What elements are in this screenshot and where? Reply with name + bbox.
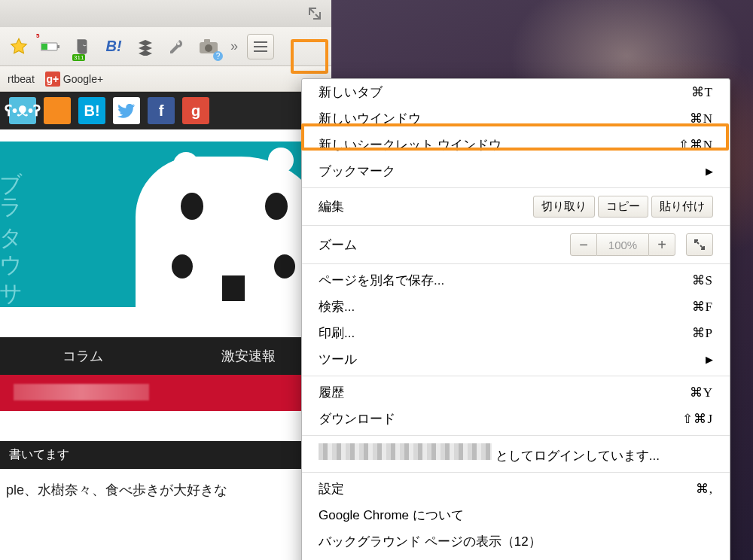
bookmark-google-plus[interactable]: g+ Google+ (45, 72, 103, 87)
hero-kana: ブラタウサ (0, 154, 27, 297)
menu-zoom: ズーム − 100% + (302, 229, 730, 260)
edit-cut-button[interactable]: 切り取り (533, 196, 595, 218)
zoom-value: 100% (597, 233, 648, 256)
chrome-menu-button[interactable] (247, 34, 274, 59)
facebook-icon[interactable]: f (148, 97, 175, 124)
hatena-extension-icon[interactable]: B! (101, 34, 127, 59)
menu-help[interactable]: ヘルプ (302, 555, 730, 560)
google-share-icon[interactable]: g (182, 97, 209, 124)
writes-section: 書いてます ple、水樹奈々、食べ歩きが大好きな (0, 432, 331, 508)
menu-divider (302, 472, 730, 473)
menu-find[interactable]: 検索... ⌘F (302, 294, 730, 320)
hero-banner: ブラタウサ (0, 142, 331, 307)
extension-battery-icon[interactable]: 5 (38, 34, 63, 59)
share-bar: ʕ•ᴥ•ʔ ゝ B! f g (0, 92, 331, 129)
fullscreen-button[interactable] (686, 233, 713, 256)
google-plus-icon: g+ (45, 72, 60, 87)
menu-history[interactable]: 履歴 ⌘Y (302, 379, 730, 406)
page-content: ʕ•ᴥ•ʔ ゝ B! f g ブラタウサ コラム 激安速報 (0, 92, 331, 560)
hatena-bookmark-icon[interactable]: B! (78, 97, 105, 124)
submenu-arrow-icon: ▶ (706, 166, 713, 177)
buffer-icon[interactable] (133, 34, 158, 59)
extensions-overflow-icon[interactable]: » (230, 38, 238, 54)
menu-edit: 編集 切り取り コピー 貼り付け (302, 191, 730, 222)
featured-strip[interactable] (0, 375, 331, 411)
info-badge-icon: ? (213, 51, 223, 61)
tab-strip (0, 0, 331, 27)
twitter-icon[interactable] (113, 97, 140, 124)
bookmark-star-icon[interactable] (6, 34, 32, 59)
menu-print[interactable]: 印刷... ⌘P (302, 320, 730, 346)
content-tabs: コラム 激安速報 (0, 337, 331, 375)
menu-divider (302, 376, 730, 376)
menu-settings[interactable]: 設定 ⌘, (302, 476, 730, 502)
menu-divider (302, 435, 730, 436)
svg-rect-2 (41, 44, 47, 50)
chrome-window: 5 311 B! ? » rtbeat g+ Google+ (0, 0, 331, 560)
chrome-main-menu: 新しいタブ ⌘T 新しいウインドウ ⌘N 新しいシークレット ウインドウ ⇧⌘N… (301, 78, 730, 560)
zoom-in-button[interactable]: + (648, 233, 675, 256)
svg-point-4 (205, 44, 212, 52)
writes-body: ple、水樹奈々、食べ歩きが大好きな (0, 481, 233, 499)
svg-rect-5 (204, 39, 210, 43)
camera-extension-icon[interactable]: ? (196, 34, 221, 59)
menu-downloads[interactable]: ダウンロード ⇧⌘J (302, 406, 730, 432)
edit-copy-button[interactable]: コピー (598, 196, 648, 218)
svg-rect-1 (57, 45, 59, 48)
tab-column[interactable]: コラム (0, 337, 166, 375)
writes-heading: 書いてます (0, 441, 331, 469)
annotation-highlight-menu-button (291, 39, 328, 74)
key-tag-icon[interactable] (164, 34, 190, 59)
zoom-out-button[interactable]: − (570, 233, 597, 256)
blurred-email (319, 443, 492, 460)
evernote-icon[interactable]: 311 (69, 34, 95, 59)
menu-signed-in[interactable]: としてログインしています... (302, 439, 730, 469)
toolbar: 5 311 B! ? » (0, 27, 331, 66)
menu-divider (302, 187, 730, 188)
submenu-arrow-icon: ▶ (706, 354, 713, 365)
menu-tools[interactable]: ツール ▶ (302, 346, 730, 373)
menu-divider (302, 225, 730, 226)
menu-new-tab[interactable]: 新しいタブ ⌘T (302, 79, 730, 105)
menu-divider (302, 263, 730, 264)
annotation-highlight-incognito (301, 123, 729, 151)
menu-bookmarks[interactable]: ブックマーク ▶ (302, 158, 730, 184)
menu-background-pages[interactable]: バックグラウンド ページの表示（12） (302, 528, 730, 555)
rss-icon[interactable]: ゝ (44, 97, 71, 124)
bookmark-artbeat[interactable]: rtbeat (8, 73, 35, 85)
bookmark-bar: rtbeat g+ Google+ (0, 66, 331, 92)
mascot-icon[interactable]: ʕ•ᴥ•ʔ (9, 97, 36, 124)
blurred-text (14, 384, 149, 400)
expand-window-icon[interactable] (307, 6, 322, 21)
menu-about-chrome[interactable]: Google Chrome について (302, 502, 730, 528)
menu-save-as[interactable]: ページを別名で保存... ⌘S (302, 267, 730, 294)
edit-paste-button[interactable]: 貼り付け (651, 196, 713, 218)
